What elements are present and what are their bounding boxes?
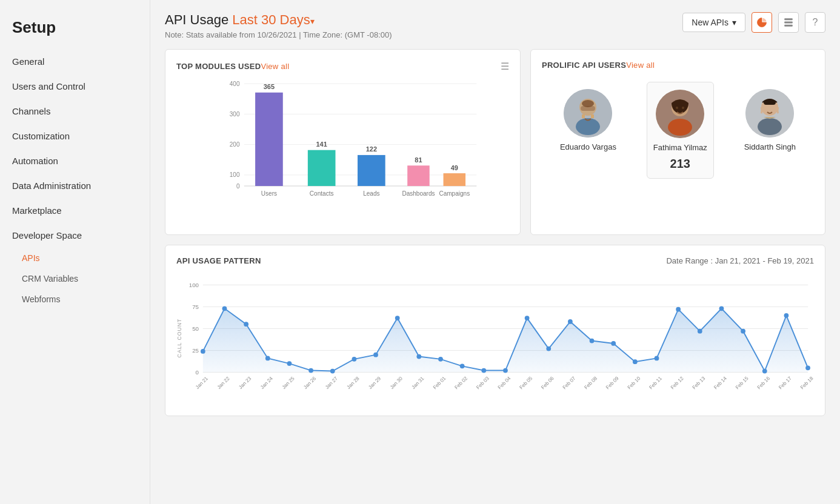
- data-point-20: [633, 359, 638, 364]
- date-range-selector[interactable]: Last 30 Days: [232, 12, 310, 27]
- data-point-0: [201, 349, 205, 354]
- svg-text:400: 400: [230, 81, 240, 87]
- main-content: API Usage Last 30 Days▾ Note: Stats avai…: [150, 0, 840, 504]
- user-card-fathima: Fathima Yilmaz 213: [647, 82, 714, 179]
- svg-text:Feb 07: Feb 07: [562, 376, 577, 391]
- sidebar: Setup General Users and Control Channels…: [0, 0, 150, 504]
- svg-text:CALL COUNT: CALL COUNT: [176, 319, 182, 358]
- table-view-button[interactable]: [778, 12, 799, 33]
- svg-text:81: 81: [415, 156, 422, 164]
- svg-text:141: 141: [316, 141, 327, 148]
- chart-view-button[interactable]: [752, 12, 772, 33]
- svg-text:Jan 29: Jan 29: [367, 376, 382, 390]
- pie-chart-icon: [756, 17, 767, 28]
- data-point-3: [265, 356, 270, 361]
- svg-rect-0: [784, 18, 793, 20]
- user-count-fathima: 213: [670, 157, 690, 171]
- svg-text:Feb 12: Feb 12: [670, 376, 685, 391]
- data-point-28: [805, 365, 810, 370]
- svg-text:Jan 24: Jan 24: [259, 376, 274, 390]
- svg-text:100: 100: [189, 282, 199, 288]
- sidebar-item-general[interactable]: General: [0, 49, 150, 74]
- top-modules-view-all[interactable]: View all: [261, 62, 289, 71]
- svg-text:122: 122: [366, 145, 377, 153]
- svg-text:365: 365: [264, 83, 275, 90]
- help-icon: ?: [813, 17, 818, 28]
- dropdown-arrow[interactable]: ▾: [310, 16, 315, 26]
- data-point-6: [330, 369, 335, 374]
- svg-text:Feb 06: Feb 06: [540, 376, 555, 391]
- svg-text:Campaigns: Campaigns: [439, 190, 470, 197]
- top-modules-menu[interactable]: ☰: [501, 61, 509, 72]
- sidebar-item-marketplace[interactable]: Marketplace: [0, 198, 150, 223]
- pattern-date-range: Date Range : Jan 21, 2021 - Feb 19, 2021: [666, 256, 814, 265]
- avatar-eduardo: [564, 89, 612, 138]
- header-subtitle: Note: Stats available from 10/26/2021 | …: [165, 30, 392, 39]
- svg-text:Jan 25: Jan 25: [281, 376, 296, 390]
- data-point-21: [655, 356, 659, 361]
- data-point-24: [719, 306, 724, 311]
- svg-rect-38: [764, 100, 776, 105]
- sidebar-item-data-administration[interactable]: Data Administration: [0, 173, 150, 198]
- data-point-25: [741, 329, 745, 334]
- svg-text:0: 0: [196, 369, 199, 376]
- prolific-title: PROLIFIC API USERSView all: [542, 61, 655, 70]
- page-title: API Usage Last 30 Days▾: [165, 12, 392, 28]
- prolific-view-all[interactable]: View all: [626, 61, 655, 70]
- title-text: API Usage: [165, 12, 232, 27]
- svg-text:Feb 03: Feb 03: [475, 376, 490, 391]
- svg-text:Jan 28: Jan 28: [346, 376, 361, 390]
- svg-point-37: [758, 118, 782, 135]
- data-point-26: [762, 369, 767, 374]
- data-point-18: [590, 339, 595, 343]
- new-apis-label: New APIs: [692, 18, 728, 27]
- pattern-header: API USAGE PATTERN Date Range : Jan 21, 2…: [176, 256, 814, 265]
- svg-text:Users: Users: [261, 190, 277, 197]
- svg-text:Feb 10: Feb 10: [627, 376, 642, 391]
- svg-text:Feb 13: Feb 13: [692, 376, 707, 391]
- sidebar-item-channels[interactable]: Channels: [0, 99, 150, 124]
- cards-row: TOP MODULES USEDView all ☰ 400 300 200 1…: [165, 49, 825, 235]
- data-point-11: [438, 357, 443, 362]
- svg-text:Feb 11: Feb 11: [648, 376, 663, 391]
- avatar-fathima: [656, 90, 704, 138]
- data-point-23: [698, 329, 702, 334]
- sidebar-item-automation[interactable]: Automation: [0, 148, 150, 173]
- svg-text:Feb 01: Feb 01: [432, 376, 447, 391]
- data-point-17: [568, 319, 573, 324]
- sidebar-item-customization[interactable]: Customization: [0, 124, 150, 148]
- bar-campaigns: [444, 173, 466, 186]
- svg-text:Feb 04: Feb 04: [497, 376, 512, 391]
- top-modules-header: TOP MODULES USEDView all ☰: [176, 61, 509, 72]
- sidebar-sub-item-apis[interactable]: APIs: [0, 248, 150, 268]
- svg-rect-28: [591, 114, 594, 118]
- bar-contacts: [308, 150, 336, 186]
- svg-text:Feb 05: Feb 05: [519, 376, 534, 391]
- data-point-14: [503, 368, 508, 373]
- svg-text:Jan 22: Jan 22: [216, 376, 231, 390]
- user-name-eduardo: Eduardo Vargas: [560, 142, 616, 151]
- svg-point-33: [676, 107, 678, 109]
- sidebar-item-developer-space[interactable]: Developer Space: [0, 223, 150, 248]
- user-name-siddarth: Siddarth Singh: [744, 142, 796, 151]
- data-point-12: [460, 363, 465, 368]
- svg-text:Feb 08: Feb 08: [584, 376, 599, 391]
- user-card-siddarth: Siddarth Singh: [738, 82, 802, 159]
- svg-text:200: 200: [230, 141, 240, 148]
- svg-text:Leads: Leads: [363, 190, 379, 197]
- svg-text:0: 0: [236, 183, 240, 190]
- help-button[interactable]: ?: [805, 12, 825, 33]
- prolific-header: PROLIFIC API USERSView all: [542, 61, 814, 70]
- sidebar-sub-item-crm-variables[interactable]: CRM Variables: [0, 268, 150, 289]
- data-point-1: [222, 306, 227, 311]
- svg-text:Jan 23: Jan 23: [238, 376, 252, 390]
- sidebar-sub-item-webforms[interactable]: Webforms: [0, 289, 150, 310]
- new-apis-button[interactable]: New APIs ▾: [682, 13, 745, 32]
- sidebar-item-users-control[interactable]: Users and Control: [0, 74, 150, 99]
- svg-text:25: 25: [192, 347, 199, 354]
- svg-text:Feb 16: Feb 16: [756, 376, 772, 391]
- svg-point-34: [682, 107, 684, 109]
- data-point-15: [525, 316, 530, 320]
- bar-leads: [358, 155, 385, 186]
- svg-text:Contacts: Contacts: [310, 190, 334, 197]
